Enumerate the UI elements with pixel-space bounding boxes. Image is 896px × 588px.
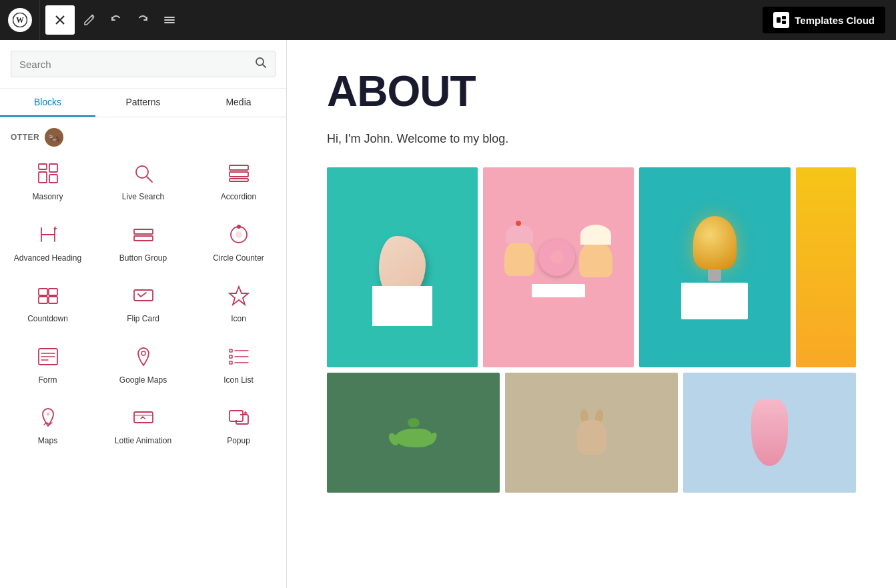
popup-icon <box>226 404 252 431</box>
svg-rect-41 <box>230 361 232 364</box>
svg-rect-13 <box>49 164 57 172</box>
photo-bulb-inner <box>639 167 790 367</box>
search-button[interactable] <box>255 57 267 71</box>
otter-section-label: OTTER 🦦 <box>0 123 286 149</box>
svg-rect-14 <box>39 172 47 183</box>
toolbar: W Templates Cloud <box>0 0 896 40</box>
svg-text:+: + <box>53 225 57 232</box>
svg-rect-19 <box>230 172 248 177</box>
close-button[interactable] <box>45 5 75 35</box>
countdown-label: Countdown <box>27 314 68 325</box>
svg-line-11 <box>263 65 266 68</box>
svg-point-25 <box>236 231 242 238</box>
block-item-live-search[interactable]: Live Search <box>95 149 191 211</box>
photo-cell-pastry <box>483 167 634 367</box>
search-input[interactable] <box>19 59 255 70</box>
photo-cell-partial <box>796 167 856 367</box>
svg-point-43 <box>46 413 49 416</box>
content-area: ABOUT Hi, I'm John. Welcome to my blog. <box>287 40 896 588</box>
search-area <box>0 40 286 89</box>
photo-cell-grasshopper <box>327 373 500 493</box>
block-item-google-maps[interactable]: Google Maps <box>95 333 191 394</box>
wp-logo[interactable]: W <box>0 0 40 40</box>
photo-cell-pink-fluffy <box>683 373 856 493</box>
photo-grid-top <box>327 167 856 367</box>
svg-rect-8 <box>782 16 786 19</box>
svg-point-26 <box>237 225 241 229</box>
countdown-icon <box>35 282 61 309</box>
svg-rect-18 <box>230 165 248 170</box>
block-item-maps[interactable]: Maps <box>0 393 95 455</box>
tab-patterns[interactable]: Patterns <box>95 89 191 117</box>
sidebar: Blocks Patterns Media OTTER 🦦 Masonry <box>0 40 287 588</box>
svg-rect-23 <box>134 236 153 241</box>
popup-label: Popup <box>227 436 250 447</box>
block-item-form[interactable]: Form <box>0 333 95 394</box>
block-item-accordion[interactable]: Accordion <box>191 149 286 211</box>
undo-button[interactable] <box>104 8 128 32</box>
svg-point-36 <box>141 351 145 355</box>
icon-list-icon <box>226 343 252 370</box>
advanced-heading-label: Advanced Heading <box>14 253 81 264</box>
photo-cell-deer <box>505 373 678 493</box>
photo-pastry-inner <box>483 167 634 367</box>
svg-point-16 <box>136 166 148 178</box>
icon-block-icon <box>226 282 252 309</box>
circle-counter-label: Circle Counter <box>213 253 264 264</box>
block-grid: Masonry Live Search Accordion <box>0 149 286 455</box>
main-layout: Blocks Patterns Media OTTER 🦦 Masonry <box>0 40 896 588</box>
svg-rect-15 <box>49 175 57 183</box>
button-group-icon <box>130 221 157 248</box>
svg-line-17 <box>147 177 152 182</box>
pencil-button[interactable] <box>77 8 101 32</box>
block-item-advanced-heading[interactable]: + Advanced Heading <box>0 211 95 272</box>
photo-grid-bottom <box>327 373 856 493</box>
svg-rect-28 <box>49 289 57 295</box>
form-icon <box>35 343 61 370</box>
search-wrapper <box>11 51 276 77</box>
flip-card-icon <box>130 282 157 309</box>
otter-avatar: 🦦 <box>45 128 63 147</box>
svg-rect-7 <box>777 17 781 23</box>
tab-blocks[interactable]: Blocks <box>0 89 95 117</box>
svg-rect-27 <box>39 289 47 295</box>
live-search-label: Live Search <box>122 192 164 203</box>
circle-counter-icon <box>226 221 252 248</box>
maps-icon <box>35 404 61 431</box>
svg-rect-39 <box>230 355 232 358</box>
accordion-icon <box>226 160 252 187</box>
redo-button[interactable] <box>131 8 155 32</box>
svg-rect-37 <box>230 349 232 352</box>
lottie-animation-label: Lottie Animation <box>115 436 171 447</box>
icon-label: Icon <box>231 314 246 325</box>
block-item-flip-card[interactable]: Flip Card <box>95 271 191 333</box>
block-item-lottie-animation[interactable]: Lottie Animation <box>95 393 191 455</box>
svg-rect-22 <box>134 229 153 234</box>
about-heading: ABOUT <box>327 67 856 116</box>
templates-cloud-button[interactable]: Templates Cloud <box>763 7 885 33</box>
live-search-icon <box>130 160 157 187</box>
block-item-icon-list[interactable]: Icon List <box>191 333 286 394</box>
svg-rect-30 <box>49 297 57 303</box>
wp-logo-circle: W <box>8 8 32 32</box>
block-item-popup[interactable]: Popup <box>191 393 286 455</box>
advanced-heading-icon: + <box>35 221 61 248</box>
photo-stone-inner <box>327 167 478 367</box>
block-item-circle-counter[interactable]: Circle Counter <box>191 211 286 272</box>
otter-text: OTTER <box>11 133 39 142</box>
block-item-masonry[interactable]: Masonry <box>0 149 95 211</box>
svg-rect-45 <box>230 411 243 421</box>
accordion-label: Accordion <box>221 192 256 203</box>
blocks-area: OTTER 🦦 Masonry Live Search <box>0 117 286 588</box>
photo-cell-bulb <box>639 167 790 367</box>
block-item-countdown[interactable]: Countdown <box>0 271 95 333</box>
google-maps-label: Google Maps <box>119 375 167 386</box>
menu-button[interactable] <box>157 8 181 32</box>
svg-marker-31 <box>230 287 248 305</box>
svg-rect-20 <box>230 179 248 181</box>
tab-media[interactable]: Media <box>191 89 286 117</box>
lottie-animation-icon <box>130 404 157 431</box>
block-item-icon[interactable]: Icon <box>191 271 286 333</box>
svg-rect-12 <box>39 164 47 169</box>
block-item-button-group[interactable]: Button Group <box>95 211 191 272</box>
